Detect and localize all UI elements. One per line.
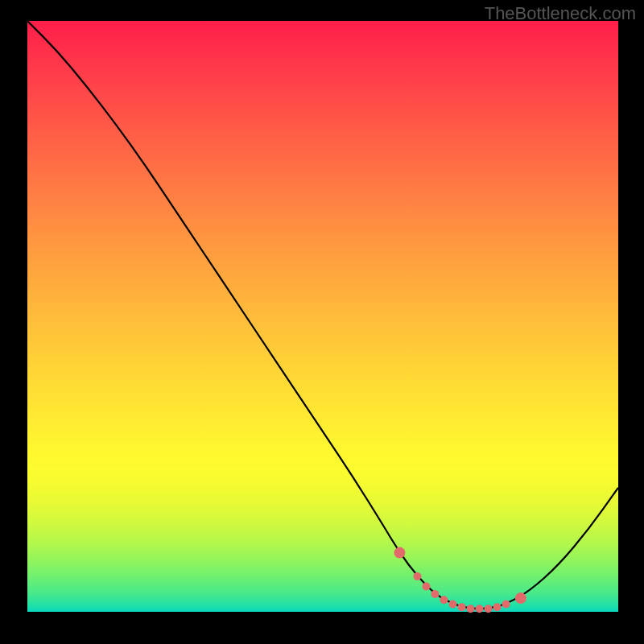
marker-point (457, 603, 465, 611)
chart-svg (27, 21, 618, 612)
highlighted-points (394, 547, 526, 613)
marker-point (493, 603, 502, 611)
marker-point (515, 592, 526, 604)
watermark-text: TheBottleneck.com (485, 3, 636, 24)
marker-point (394, 547, 405, 559)
bottleneck-curve (27, 21, 618, 609)
marker-point (422, 582, 430, 590)
marker-point (448, 600, 456, 608)
marker-point (431, 590, 439, 598)
marker-point (440, 596, 448, 604)
marker-point (502, 600, 510, 608)
marker-point (485, 605, 493, 613)
marker-point (476, 605, 484, 613)
marker-point (467, 605, 475, 613)
chart-plot-area (27, 21, 618, 612)
marker-point (413, 572, 421, 580)
